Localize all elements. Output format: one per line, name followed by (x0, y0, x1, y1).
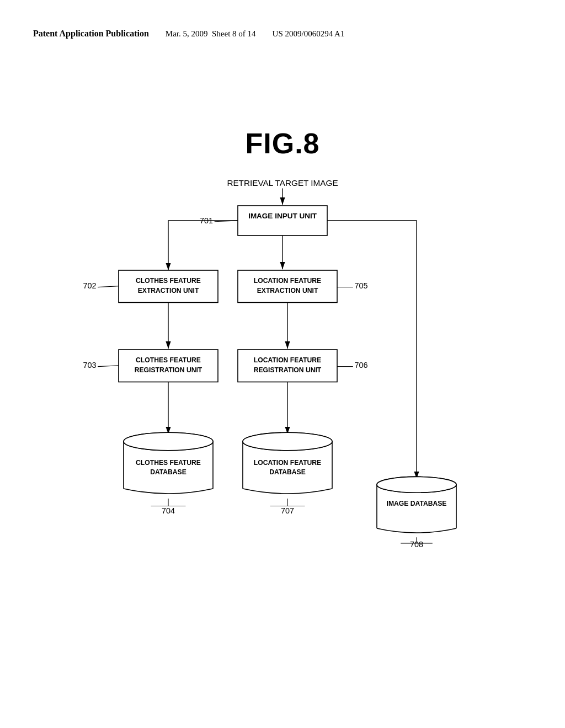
line-702 (98, 286, 119, 287)
label-702: 702 (83, 281, 96, 290)
arrow-input-to-image-db (327, 221, 417, 479)
location-db-label1: LOCATION FEATURE (254, 459, 321, 467)
clothes-registration-label2: REGISTRATION UNIT (135, 366, 202, 374)
image-input-label: IMAGE INPUT UNIT (248, 212, 317, 220)
label-705: 705 (355, 281, 368, 290)
page-header: Patent Application Publication Mar. 5, 2… (33, 29, 532, 39)
label-707: 707 (281, 506, 294, 515)
image-db-top-fill (377, 477, 456, 493)
location-extraction-label2: EXTRACTION UNIT (257, 287, 318, 295)
publication-title: Patent Application Publication (33, 29, 149, 39)
location-db-bottom (243, 489, 332, 494)
diagram-svg: RETRIEVAL TARGET IMAGE IMAGE INPUT UNIT … (44, 171, 521, 618)
label-704: 704 (162, 506, 175, 515)
diagram: RETRIEVAL TARGET IMAGE IMAGE INPUT UNIT … (44, 171, 521, 618)
arrow-input-to-clothes-extraction (168, 221, 238, 270)
patent-number: US 2009/0060294 A1 (273, 29, 345, 39)
location-registration-label1: LOCATION FEATURE (254, 356, 321, 364)
location-registration-label2: REGISTRATION UNIT (254, 366, 322, 374)
retrieval-target-label: RETRIEVAL TARGET IMAGE (227, 178, 338, 188)
figure-title: FIG.8 (0, 127, 565, 160)
clothes-extraction-label2: EXTRACTION UNIT (138, 287, 199, 295)
location-db-label2: DATABASE (269, 468, 306, 476)
image-db-label: IMAGE DATABASE (387, 500, 447, 507)
label-703: 703 (83, 361, 96, 370)
clothes-db-bottom (124, 489, 213, 494)
line-703 (98, 366, 119, 367)
clothes-db-label2: DATABASE (150, 468, 186, 476)
location-db-top-fill (243, 432, 332, 450)
clothes-extraction-label1: CLOTHES FEATURE (136, 277, 201, 285)
publication-date: Mar. 5, 2009 Sheet 8 of 14 (166, 29, 256, 39)
label-706: 706 (355, 361, 368, 370)
image-db-bottom (377, 528, 456, 533)
location-extraction-label1: LOCATION FEATURE (254, 277, 321, 285)
clothes-registration-label1: CLOTHES FEATURE (136, 356, 201, 364)
clothes-db-top-fill (124, 432, 213, 450)
image-input-box (238, 206, 327, 235)
clothes-db-label1: CLOTHES FEATURE (136, 459, 201, 467)
